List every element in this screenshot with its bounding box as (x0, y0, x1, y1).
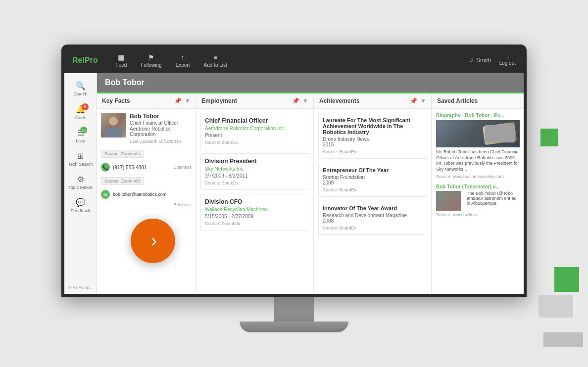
sidebar-item-search[interactable]: 🔍 Search (64, 77, 97, 100)
phone-icon: 📞 (101, 163, 110, 172)
key-facts-header: Key Facts 📌 ▼ (97, 93, 196, 109)
phone-type: Business (173, 165, 192, 170)
top-nav: RelPro ▦ Feed ⚑ Following ↑ Export (64, 47, 524, 73)
sidebar-item-lists[interactable]: ☰28 Lists (64, 124, 97, 148)
logout-label: Log out (499, 60, 516, 66)
lists-icon: ☰28 (77, 128, 84, 138)
sidebar-tech-label: Tech Search (68, 162, 93, 167)
search-icon: 🔍 (76, 81, 86, 91)
employment-title: Employment (201, 97, 237, 104)
sidebar-item-tech-search[interactable]: ⊞ Tech Search (64, 147, 97, 171)
job-card-1: Division President Sky Networks Inc. 3/7… (200, 153, 309, 190)
article-image-0 (436, 120, 520, 147)
article-thumb-1 (436, 191, 461, 211)
logout-button[interactable]: → Log out (499, 55, 516, 66)
feed-icon: ▦ (118, 53, 124, 61)
person-card: Bob Tobor Chief Financial Officer Aerdro… (101, 113, 192, 144)
monitor-stand-neck (274, 297, 314, 321)
nav-add-list-label: Add to List (204, 62, 227, 68)
app-logo: RelPro (72, 56, 98, 65)
nav-export-label: Export (176, 62, 190, 68)
employment-content: Chief Financial Officer Aerodrone Roboti… (196, 109, 313, 294)
sidebar-item-alerts[interactable]: 🔔8 Alerts (64, 100, 97, 124)
monitor-stand-base (240, 321, 348, 332)
cta-button[interactable]: › (131, 219, 175, 263)
nav-item-following[interactable]: ⚑ Following (135, 51, 167, 70)
achievements-header: Achievements 📌 ▼ (314, 93, 431, 109)
person-company-2: Corporation (130, 132, 181, 137)
profile-header: Bob Tobor (97, 73, 524, 92)
job-date-2: 5/15/2005 - 2/27/2009 (205, 214, 305, 219)
nav-item-export[interactable]: ↑ Export (170, 51, 196, 70)
sidebar-alerts-label: Alerts (75, 115, 86, 120)
article-card-1: Bob Tobor (Tobornator) o... The Bob Tobo… (436, 184, 520, 217)
article-source-0: Source: www.businessweekly.com (436, 174, 520, 179)
nav-feed-label: Feed (116, 62, 127, 68)
job-source-0: Source: BoardEx (205, 140, 305, 145)
employment-pin-icon[interactable]: 📌 (292, 97, 299, 104)
employment-filter-icon[interactable]: ▼ (302, 97, 308, 104)
feedback-icon: 💬 (76, 198, 86, 207)
nav-item-add-to-list[interactable]: ≡ Add to List (198, 51, 233, 70)
sidebar-topic-label: Topic Maker (68, 185, 93, 190)
job-source-1: Source: BoardEx (205, 181, 305, 185)
following-icon: ⚑ (148, 53, 154, 61)
deco-rect-2 (543, 332, 583, 347)
job-title-0: Chief Financial Officer (205, 117, 305, 124)
job-card-2: Division CFO Wallace Recycling Machines … (200, 194, 309, 230)
avatar-image (101, 113, 126, 138)
alerts-icon: 🔔8 (76, 104, 86, 114)
job-company-2[interactable]: Wallace Recycling Machines (205, 207, 305, 212)
achievement-card-1: Entrepreneur Of The Year Startup Foundat… (318, 163, 427, 197)
article-title-1[interactable]: Bob Tobor (Tobornator) o... (436, 184, 520, 189)
job-date-0: Present (205, 133, 305, 138)
sidebar: 🔍 Search 🔔8 Alerts ☰28 Lists ⊞ Tech Sear… (64, 73, 97, 294)
saved-articles-header: Saved Articles (432, 93, 524, 109)
deco-rect (539, 295, 573, 318)
user-name: J. Smith (470, 57, 491, 64)
saved-articles-title: Saved Articles (437, 97, 478, 104)
saved-articles-panel: Saved Articles Biography - Bob Tobor - E… (432, 93, 524, 294)
job-company-1[interactable]: Sky Networks Inc. (205, 166, 305, 172)
tech-search-icon: ⊞ (77, 151, 84, 161)
sidebar-item-topic-maker[interactable]: ⚙ Topic Maker (64, 171, 97, 194)
key-facts-content: Bob Tobor Chief Financial Officer Aerdro… (97, 109, 196, 294)
nav-item-feed[interactable]: ▦ Feed (110, 51, 133, 70)
job-title-2: Division CFO (205, 198, 305, 205)
job-title-1: Division President (205, 158, 305, 165)
filter-icon[interactable]: ▼ (185, 97, 191, 104)
article-card-0: Biography - Bob Tobor - Ex... Mr. Robert… (436, 113, 520, 179)
article-title-0[interactable]: Biography - Bob Tobor - Ex... (436, 113, 520, 118)
sidebar-item-feedback[interactable]: 💬 Feedback (64, 194, 97, 217)
email-type: Business (101, 202, 192, 207)
cta-chevron-icon: › (151, 230, 157, 251)
nav-right: J. Smith → Log out (470, 55, 516, 66)
deco-square-1 (540, 129, 558, 146)
add-to-list-icon: ≡ (213, 53, 217, 61)
person-company-1: Aerdrone Robotics (130, 126, 181, 132)
employment-panel: Employment 📌 ▼ Chief Financial Officer A… (196, 93, 314, 294)
monitor-screen: RelPro ▦ Feed ⚑ Following ↑ Export (61, 45, 527, 297)
achievement-source-2: Source: BoardEx (323, 226, 423, 230)
deco-square-2 (554, 267, 579, 292)
achievements-filter-icon[interactable]: ▼ (420, 97, 426, 104)
lists-badge: 28 (80, 127, 87, 134)
article-snippet-1: The Bob Tobor (@Tobo amateur astronom en… (467, 191, 520, 211)
person-title: Chief Financial Officer (130, 120, 181, 126)
achievements-header-icons: 📌 ▼ (410, 97, 426, 104)
job-company-0[interactable]: Aerodrone Robotics Corporation Inc (205, 126, 305, 131)
email-icon: ✉ (101, 190, 110, 199)
achievement-org-1: Startup Foundation (323, 175, 423, 180)
achievement-card-2: Innovator Of The Year Award Research and… (318, 201, 427, 235)
achievements-title: Achievements (319, 97, 359, 104)
job-card-0: Chief Financial Officer Aerodrone Roboti… (200, 113, 309, 149)
alerts-badge: 8 (82, 103, 89, 110)
source-zoominfo-1: Source: ZoomInfo (101, 150, 144, 158)
sidebar-search-label: Search (73, 92, 88, 96)
sidebar-footer: © RelPro In... (64, 281, 96, 294)
source-zoominfo-2: Source: ZoomInfo (101, 177, 144, 185)
achievements-pin-icon[interactable]: 📌 (410, 97, 417, 104)
achievement-source-0: Source: BoardEx (323, 149, 423, 154)
job-date-1: 3/7/2009 - 8/2/2011 (205, 173, 305, 179)
pin-icon[interactable]: 📌 (174, 97, 182, 104)
